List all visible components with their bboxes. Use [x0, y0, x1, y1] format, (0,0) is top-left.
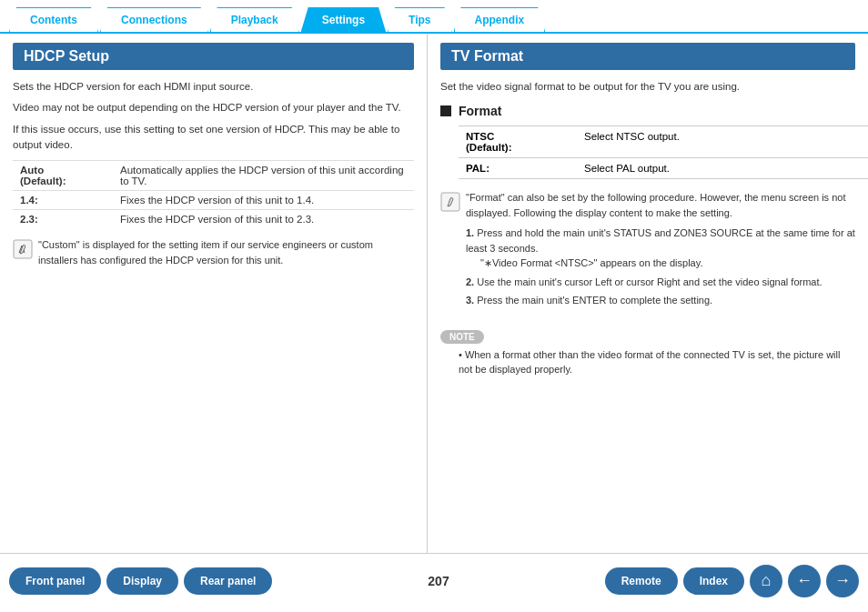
hdcp-row2-key: 1.4: — [13, 191, 113, 210]
rear-panel-button[interactable]: Rear panel — [184, 567, 272, 595]
format-row2-value: Select PAL output. — [577, 158, 868, 179]
bottom-nav-left: Front panel Display Rear panel — [9, 567, 272, 595]
tab-contents[interactable]: Contents — [9, 7, 98, 32]
tv-format-title: TV Format — [440, 43, 855, 70]
step-2: 2. Use the main unit's cursor Left or cu… — [466, 275, 855, 290]
pencil-icon-2 — [440, 192, 460, 212]
note-badge: NOTE — [440, 330, 484, 344]
step-1-sub: "∗Video Format <NTSC>" appears on the di… — [480, 256, 855, 271]
home-button[interactable]: ⌂ — [750, 565, 782, 597]
left-arrow-icon: ← — [796, 571, 812, 590]
page-number: 207 — [428, 574, 449, 588]
step-1: 1. Press and hold the main unit's STATUS… — [466, 226, 855, 271]
tab-tips[interactable]: Tips — [388, 7, 451, 32]
format-table: NTSC (Default): Select NTSC output. PAL:… — [459, 125, 868, 179]
hdcp-row1-key: Auto (Default): — [13, 161, 113, 191]
hdcp-intro1: Sets the HDCP version for each HDMI inpu… — [13, 79, 414, 95]
tab-connections[interactable]: Connections — [100, 7, 208, 32]
front-panel-button[interactable]: Front panel — [9, 567, 101, 595]
display-button[interactable]: Display — [106, 567, 178, 595]
step-1-text: Press and hold the main unit's STATUS an… — [466, 227, 855, 254]
left-panel: HDCP Setup Sets the HDCP version for eac… — [0, 34, 428, 553]
note-section: NOTE • When a format other than the vide… — [440, 321, 855, 377]
back-button[interactable]: ← — [788, 565, 821, 597]
index-button[interactable]: Index — [683, 567, 744, 595]
step-3: 3. Press the main unit's ENTER to comple… — [466, 293, 855, 308]
hdcp-row2-value: Fixes the HDCP version of this unit to 1… — [113, 191, 414, 210]
home-icon: ⌂ — [762, 571, 772, 590]
bottom-nav-right: Remote Index ⌂ ← → — [605, 565, 859, 597]
hdcp-note-text: "Custom" is displayed for the setting it… — [38, 237, 414, 267]
hdcp-table: Auto (Default): Automatically applies th… — [13, 160, 414, 228]
hdcp-setup-title: HDCP Setup — [13, 43, 414, 70]
hdcp-row1-value: Automatically applies the HDCP version o… — [113, 161, 414, 191]
hdcp-intro2: Video may not be output depending on the… — [13, 100, 414, 115]
tab-playback[interactable]: Playback — [210, 7, 299, 32]
hdcp-intro3: If this issue occurs, use this setting t… — [13, 122, 414, 154]
forward-button[interactable]: → — [826, 565, 859, 597]
main-content: HDCP Setup Sets the HDCP version for eac… — [0, 34, 868, 553]
remote-button[interactable]: Remote — [605, 567, 678, 595]
step-3-text: Press the main unit's ENTER to complete … — [477, 295, 712, 306]
format-heading: Format — [440, 104, 855, 118]
top-navigation: Contents Connections Playback Settings T… — [0, 0, 868, 34]
format-note-box: "Format" can also be set by the followin… — [440, 190, 855, 312]
step-2-text: Use the main unit's cursor Left or curso… — [477, 276, 822, 287]
right-arrow-icon: → — [834, 571, 851, 590]
format-row1-key: NTSC (Default): — [459, 126, 577, 158]
hdcp-row3-value: Fixes the HDCP version of this unit to 2… — [113, 210, 414, 229]
format-steps-intro: "Format" can also be set by the followin… — [466, 190, 855, 220]
pencil-icon — [13, 239, 33, 259]
format-row1-value: Select NTSC output. — [577, 126, 868, 158]
note-bullet-text: • When a format other than the video for… — [459, 347, 855, 377]
table-row: NTSC (Default): Select NTSC output. — [459, 126, 868, 158]
format-row2-key: PAL: — [459, 158, 577, 179]
format-steps-container: "Format" can also be set by the followin… — [466, 190, 855, 312]
table-row: PAL: Select PAL output. — [459, 158, 868, 179]
hdcp-row3-key: 2.3: — [13, 210, 113, 229]
tab-appendix[interactable]: Appendix — [454, 7, 546, 32]
hdcp-note-box: "Custom" is displayed for the setting it… — [13, 237, 414, 267]
format-square-icon — [440, 105, 451, 116]
table-row: 1.4: Fixes the HDCP version of this unit… — [13, 191, 414, 210]
tab-settings[interactable]: Settings — [301, 7, 386, 32]
table-row: Auto (Default): Automatically applies th… — [13, 161, 414, 191]
bottom-navigation: Front panel Display Rear panel 207 Remot… — [0, 553, 868, 607]
right-panel: TV Format Set the video signal format to… — [428, 34, 868, 553]
table-row: 2.3: Fixes the HDCP version of this unit… — [13, 210, 414, 229]
tv-format-intro: Set the video signal format to be output… — [440, 79, 855, 95]
format-heading-text: Format — [459, 104, 501, 118]
